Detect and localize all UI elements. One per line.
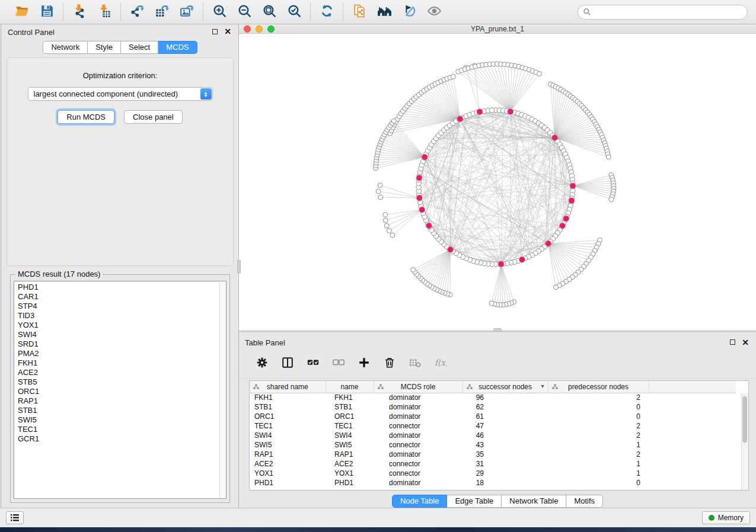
tab-style[interactable]: Style bbox=[88, 41, 121, 54]
mcds-hub-node[interactable] bbox=[448, 246, 454, 252]
cell[interactable]: dominator bbox=[374, 431, 462, 440]
mcds-result-item[interactable]: CAR1 bbox=[18, 292, 226, 302]
mcds-hub-node[interactable] bbox=[570, 183, 576, 189]
leaf-node[interactable] bbox=[606, 155, 611, 159]
cell[interactable]: dominator bbox=[374, 450, 462, 459]
panel-splitter-handle[interactable] bbox=[237, 260, 241, 273]
tab-edge-table[interactable]: Edge Table bbox=[447, 495, 502, 508]
cell[interactable]: TEC1 bbox=[326, 421, 374, 431]
export-image-button[interactable] bbox=[178, 4, 195, 20]
cell[interactable]: connector bbox=[374, 421, 462, 431]
mcds-result-item[interactable]: GCR1 bbox=[18, 434, 226, 444]
add-column-button[interactable] bbox=[356, 356, 372, 371]
table-scrollbar[interactable] bbox=[741, 393, 748, 490]
cell[interactable]: RAP1 bbox=[250, 450, 326, 459]
mcds-result-item[interactable]: YOX1 bbox=[18, 321, 226, 330]
select-all-checkboxes-button[interactable] bbox=[305, 356, 321, 371]
cell[interactable]: SWI5 bbox=[250, 440, 326, 450]
leaf-node[interactable] bbox=[384, 223, 389, 228]
zoom-fit-button[interactable] bbox=[261, 4, 277, 20]
cell[interactable]: dominator bbox=[374, 412, 462, 421]
mcds-hub-node[interactable] bbox=[498, 261, 504, 267]
cell[interactable]: YOX1 bbox=[326, 469, 374, 478]
save-session-button[interactable] bbox=[39, 4, 55, 20]
close-panel-button-2[interactable]: Close panel bbox=[124, 110, 183, 124]
cell[interactable]: 1 bbox=[548, 459, 649, 469]
cell[interactable]: dominator bbox=[374, 478, 462, 488]
open-file-button[interactable] bbox=[14, 4, 30, 20]
mcds-result-item[interactable]: RAP1 bbox=[18, 396, 226, 406]
mcds-result-item[interactable]: STP4 bbox=[18, 302, 226, 311]
mcds-hub-node[interactable] bbox=[552, 134, 558, 140]
mcds-hub-node[interactable] bbox=[560, 223, 566, 229]
cell[interactable]: ACE2 bbox=[250, 459, 326, 469]
cell[interactable]: ORC1 bbox=[326, 412, 374, 421]
cell[interactable]: ACE2 bbox=[326, 459, 374, 469]
cell[interactable]: 18 bbox=[462, 478, 548, 488]
tab-motifs[interactable]: Motifs bbox=[566, 495, 603, 508]
mcds-hub-node[interactable] bbox=[477, 109, 483, 115]
mcds-hub-node[interactable] bbox=[426, 223, 432, 229]
cell[interactable]: SWI4 bbox=[250, 431, 326, 440]
table-scrollbar-thumb[interactable] bbox=[742, 396, 747, 443]
cell[interactable]: PHD1 bbox=[326, 478, 374, 488]
task-history-button[interactable] bbox=[6, 511, 24, 524]
ring-node[interactable] bbox=[489, 108, 494, 113]
show-graphics-details-button[interactable] bbox=[426, 4, 442, 20]
leaf-node[interactable] bbox=[376, 189, 381, 194]
mcds-result-item[interactable]: FKH1 bbox=[18, 358, 226, 368]
table-row[interactable]: STB1STB1dominator620 bbox=[250, 402, 736, 412]
export-network-document-button[interactable] bbox=[351, 4, 368, 20]
tab-select[interactable]: Select bbox=[121, 41, 158, 54]
settings-gear-button[interactable] bbox=[254, 356, 270, 371]
table-row[interactable]: SWI5SWI5connector431 bbox=[250, 440, 736, 450]
mcds-hub-node[interactable] bbox=[419, 207, 425, 213]
table-row[interactable]: RAP1RAP1dominator352 bbox=[250, 450, 736, 459]
cell[interactable]: 1 bbox=[548, 469, 649, 478]
leaf-node[interactable] bbox=[378, 183, 382, 188]
mcds-result-item[interactable]: PMA2 bbox=[18, 349, 226, 358]
float-panel-button[interactable] bbox=[210, 27, 219, 36]
cell[interactable]: 2 bbox=[548, 393, 649, 402]
table-close-button[interactable]: ✕ bbox=[741, 338, 750, 347]
column-header-predecessor-nodes[interactable]: predecessor nodes bbox=[548, 381, 649, 393]
table-row[interactable]: YOX1YOX1connector291 bbox=[250, 469, 736, 478]
delete-columns-button[interactable] bbox=[382, 356, 397, 371]
optimization-criterion-select[interactable]: largest connected component (undirected)… bbox=[28, 87, 213, 101]
tab-network-table[interactable]: Network Table bbox=[502, 495, 566, 508]
import-network-file-button[interactable] bbox=[71, 4, 88, 20]
tab-mcds[interactable]: MCDS bbox=[158, 41, 197, 54]
table-row[interactable]: ORC1ORC1dominator610 bbox=[250, 412, 736, 421]
table-float-button[interactable] bbox=[728, 338, 737, 347]
cell[interactable]: PHD1 bbox=[250, 478, 326, 488]
column-header-successor-nodes[interactable]: successor nodes▾ bbox=[462, 381, 548, 393]
zoom-in-button[interactable] bbox=[211, 4, 228, 20]
run-mcds-button[interactable]: Run MCDS bbox=[58, 110, 114, 124]
mcds-result-item[interactable]: ACE2 bbox=[18, 368, 226, 377]
leaf-node[interactable] bbox=[451, 74, 455, 79]
table-row[interactable]: TEC1TEC1connector472 bbox=[250, 421, 736, 431]
export-network-button[interactable] bbox=[129, 4, 145, 20]
cell[interactable]: 29 bbox=[462, 469, 548, 478]
mcds-hub-node[interactable] bbox=[569, 198, 575, 204]
leaf-node[interactable] bbox=[390, 233, 395, 238]
leaf-node[interactable] bbox=[387, 229, 391, 233]
cell[interactable]: ORC1 bbox=[250, 412, 326, 421]
cell[interactable]: 0 bbox=[548, 478, 649, 488]
deselect-all-checkboxes-button[interactable] bbox=[331, 356, 346, 371]
cell[interactable]: 2 bbox=[548, 450, 649, 459]
table-row[interactable]: PHD1PHD1dominator180 bbox=[250, 478, 736, 488]
cell[interactable]: connector bbox=[374, 440, 462, 450]
cell[interactable]: 43 bbox=[462, 440, 548, 450]
table-row[interactable]: SWI4SWI4dominator462 bbox=[250, 431, 736, 440]
cell[interactable]: 0 bbox=[548, 412, 649, 421]
leaf-node[interactable] bbox=[383, 218, 388, 223]
cell[interactable]: YOX1 bbox=[250, 469, 326, 478]
cell[interactable]: STB1 bbox=[326, 402, 374, 412]
cell[interactable]: 0 bbox=[548, 402, 649, 412]
cell[interactable]: dominator bbox=[374, 402, 462, 412]
leaf-node[interactable] bbox=[554, 285, 559, 290]
table-row[interactable]: FKH1FKH1dominator962 bbox=[250, 393, 736, 402]
mcds-result-item[interactable]: SWI5 bbox=[18, 415, 226, 425]
zoom-selected-button[interactable] bbox=[286, 4, 302, 20]
